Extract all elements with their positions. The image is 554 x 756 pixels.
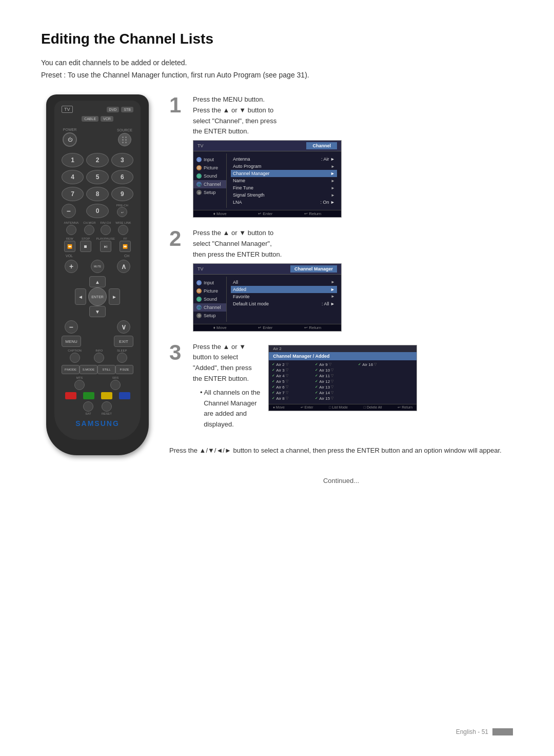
blue-button[interactable]	[119, 392, 130, 399]
ch-down-button[interactable]: ∨	[117, 320, 130, 334]
dvd-button[interactable]: DVD	[107, 107, 120, 112]
dpad-middle: ◄ ENTER ►	[75, 287, 120, 306]
channel-row-6: ✓ Air 7 ▽ ✓ Air 14 ▽	[272, 391, 413, 395]
antenna-button[interactable]	[66, 225, 76, 235]
picture-icon: 🖼	[196, 165, 202, 170]
menu-button[interactable]: MENU	[62, 336, 81, 347]
check-air11: ✓	[315, 374, 318, 378]
footer-return-2: ↩ Return	[304, 325, 321, 330]
sidebar2-setup: ⚙ Setup	[193, 312, 226, 320]
power-button[interactable]: ⏻	[63, 132, 77, 147]
sat-label: SAT	[85, 412, 91, 415]
remote-top-btns: DVD STB	[107, 107, 133, 112]
yellow-button[interactable]	[101, 392, 112, 399]
mute-button[interactable]: MUTE	[91, 260, 104, 273]
channel-row-3: ✓ Air 4 ▽ ✓ Air 11 ▽	[272, 374, 413, 378]
num-1-button[interactable]: 1	[62, 153, 84, 167]
vol-label: VOL	[66, 254, 73, 258]
picture-icon-2: 🖼	[196, 288, 202, 294]
cable-button[interactable]: CABLE	[82, 116, 98, 122]
stb-button[interactable]: STB	[121, 107, 133, 112]
dash-button[interactable]: –	[62, 204, 76, 218]
channel-empty-3	[358, 379, 399, 384]
menu-auto-program-arrow: ►	[331, 164, 335, 169]
stop-button[interactable]: ⏹	[80, 241, 91, 252]
num-5-button[interactable]: 5	[86, 170, 108, 184]
step-1-line-4: the ENTER button.	[193, 127, 249, 135]
exit-button[interactable]: EXIT	[114, 336, 133, 347]
check-air10: ✓	[315, 368, 318, 372]
sleep-button[interactable]	[117, 353, 127, 363]
vol-down-button[interactable]: –	[65, 320, 78, 334]
psize-button[interactable]: P.SIZE	[115, 365, 133, 374]
pmode-button[interactable]: P.MODE	[62, 365, 80, 374]
ch-label: CH	[124, 254, 129, 258]
num-4-button[interactable]: 4	[62, 170, 84, 184]
channel-air11: ✓ Air 11 ▽	[315, 374, 356, 378]
sidebar-sound: ♪ Sound	[193, 172, 226, 180]
num-7-button[interactable]: 7	[62, 187, 84, 201]
num-9-button[interactable]: 9	[111, 187, 133, 201]
fav-ch-label: FAV.CH	[100, 221, 111, 224]
still-button[interactable]: STILL	[97, 365, 115, 374]
smode-button[interactable]: S.MODE	[80, 365, 97, 374]
enter-button[interactable]: ENTER	[88, 287, 107, 306]
dpad-left-button[interactable]: ◄	[75, 288, 86, 305]
sidebar-channel-label: Channel	[204, 182, 221, 187]
num-3-button[interactable]: 3	[111, 153, 133, 167]
num-2-button[interactable]: 2	[86, 153, 108, 167]
ch-up-button[interactable]: ∧	[117, 260, 130, 273]
fav-ch-button[interactable]	[101, 225, 111, 235]
air14-icon: ▽	[331, 391, 333, 395]
main-layout: TV DVD STB CABLE VCR POWER	[41, 94, 513, 484]
air13-label: Air 13	[319, 385, 330, 390]
reset-button[interactable]	[102, 401, 112, 412]
check-air7: ✓	[272, 391, 275, 395]
grid-footer-move: ♦ Move	[273, 405, 285, 410]
green-button[interactable]	[83, 392, 94, 399]
dpad-right-button[interactable]: ►	[109, 288, 120, 305]
ch-mgr-button[interactable]	[84, 225, 94, 235]
num-0-button[interactable]: 0	[86, 204, 108, 218]
dpad-up-button[interactable]: ▲	[89, 276, 106, 287]
ff-button[interactable]: ⏩	[120, 241, 131, 252]
sidebar2-picture: 🖼 Picture	[193, 287, 226, 295]
caption-label: CAPTION	[68, 349, 82, 352]
source-label: SOURCE	[117, 128, 132, 132]
num-8-button[interactable]: 8	[86, 187, 108, 201]
pre-ch-button[interactable]: ↩	[117, 207, 127, 217]
vol-up-button[interactable]: +	[65, 260, 78, 273]
menu2-favorite-label: Favorite	[233, 294, 250, 299]
tv-screen-1-title: Channel	[306, 142, 337, 149]
tv-screen-1-footer: ♦ Move ↵ Enter ↩ Return	[193, 210, 341, 217]
play-pause-label: PLAY/PAUSE	[96, 237, 114, 240]
rew-button[interactable]: ⏪	[64, 241, 75, 252]
sidebar2-picture-label: Picture	[204, 288, 218, 294]
wise-link-button[interactable]	[118, 225, 128, 235]
step-1-text: Press the MENU button. Press the ▲ or ▼ …	[193, 94, 513, 137]
menu-lna-label: LNA	[233, 200, 242, 205]
red-button[interactable]	[65, 392, 76, 399]
step-3-bullet: • All channels on the Channel Manager ar…	[200, 387, 260, 430]
tv-screen-1-body: ▷ Input 🖼 Picture ♪ Sound	[193, 151, 341, 210]
play-pause-button[interactable]: ⏯	[100, 241, 111, 252]
caption-button[interactable]	[70, 353, 80, 363]
step-3-line-2: button to select	[193, 353, 238, 361]
mts-button[interactable]	[74, 380, 85, 390]
channel-air7: ✓ Air 7 ▽	[272, 391, 313, 395]
tv-screen-1-sidebar: ▷ Input 🖼 Picture ♪ Sound	[193, 153, 227, 208]
num-6-button[interactable]: 6	[111, 170, 133, 184]
air12-icon: ▽	[331, 379, 333, 383]
srs-button[interactable]	[110, 380, 121, 390]
ch-mgr-label: CH.MGR	[83, 221, 95, 224]
menu-item-channel-manager: Channel Manager ►	[231, 170, 337, 177]
dpad-down-button[interactable]: ▼	[89, 306, 106, 317]
menu-name-arrow: ►	[331, 179, 335, 183]
sat-button[interactable]	[83, 401, 93, 412]
info-button[interactable]	[94, 353, 104, 363]
step-1-number: 1	[169, 94, 185, 116]
vcr-button[interactable]: VCR	[101, 116, 113, 122]
source-button[interactable]	[118, 133, 131, 146]
menu2-default-list-label: Default List mode	[233, 301, 269, 306]
air16-icon: ▽	[374, 362, 377, 366]
